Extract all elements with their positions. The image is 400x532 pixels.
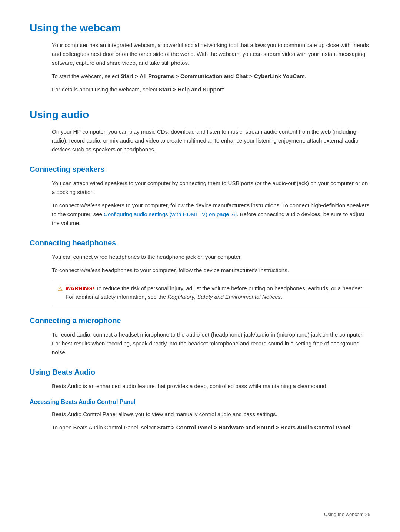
webcam-para3-bold: Start > Help and Support (159, 86, 224, 93)
beats-content: Beats Audio is an enhanced audio feature… (52, 382, 370, 391)
webcam-para2-prefix: To start the webcam, select (52, 73, 121, 79)
warning-content: WARNING! To reduce the risk of personal … (66, 284, 364, 301)
headphones-para2: To connect wireless headphones to your c… (52, 266, 370, 275)
beats-control-content: Beats Audio Control Panel allows you to … (52, 410, 370, 432)
speakers-hdmi-link[interactable]: Configuring audio settings (with HDMI TV… (104, 211, 237, 217)
headphones-para2-italic: wireless (80, 267, 100, 273)
headphones-para2-prefix: To connect (52, 267, 80, 273)
page-footer: Using the webcam 25 (324, 512, 370, 517)
audio-para1: On your HP computer, you can play music … (52, 127, 370, 154)
audio-para1-block: On your HP computer, you can play music … (52, 127, 370, 154)
headphones-title: Connecting headphones (30, 239, 370, 247)
webcam-para3-prefix: For details about using the webcam, sele… (52, 86, 159, 93)
audio-title: Using audio (30, 109, 370, 121)
microphone-title: Connecting a microphone (30, 317, 370, 325)
beats-control-para1: Beats Audio Control Panel allows you to … (52, 410, 370, 419)
webcam-title: Using the webcam (30, 22, 370, 34)
beats-control-para2-prefix: To open Beats Audio Control Panel, selec… (52, 424, 157, 431)
warning-end: . (281, 294, 282, 300)
speakers-title: Connecting speakers (30, 165, 370, 174)
beats-control-para2: To open Beats Audio Control Panel, selec… (52, 423, 370, 432)
speakers-para1: You can attach wired speakers to your co… (52, 179, 370, 197)
webcam-para2-suffix: . (305, 73, 306, 79)
webcam-para3: For details about using the webcam, sele… (52, 85, 370, 94)
webcam-para1-block: Your computer has an integrated webcam, … (52, 41, 370, 94)
headphones-warning-box: ⚠ WARNING! To reduce the risk of persona… (52, 280, 370, 305)
microphone-content: To record audio, connect a headset micro… (52, 330, 370, 357)
beats-control-para2-suffix: . (350, 424, 352, 431)
speakers-content: You can attach wired speakers to your co… (52, 179, 370, 228)
warning-label: WARNING! (66, 285, 94, 291)
webcam-para1: Your computer has an integrated webcam, … (52, 41, 370, 67)
beats-control-para2-bold: Start > Control Panel > Hardware and Sou… (157, 424, 350, 431)
headphones-para2-suffix: headphones to your computer, follow the … (100, 267, 289, 273)
beats-para1: Beats Audio is an enhanced audio feature… (52, 382, 370, 391)
webcam-para2: To start the webcam, select Start > All … (52, 72, 370, 81)
beats-title: Using Beats Audio (30, 368, 370, 377)
microphone-para1: To record audio, connect a headset micro… (52, 330, 370, 357)
headphones-content: You can connect wired headphones to the … (52, 252, 370, 275)
webcam-para3-suffix: . (224, 86, 226, 93)
headphones-para1: You can connect wired headphones to the … (52, 252, 370, 261)
speakers-para2-italic: wireless (80, 202, 100, 208)
speakers-para2-prefix: To connect (52, 202, 80, 208)
beats-control-title: Accessing Beats Audio Control Panel (30, 399, 370, 405)
speakers-para2: To connect wireless speakers to your com… (52, 201, 370, 228)
warning-italic: Regulatory, Safety and Environmental Not… (167, 294, 281, 300)
webcam-para2-bold: Start > All Programs > Communication and… (121, 73, 305, 79)
warning-icon: ⚠ (58, 284, 63, 293)
